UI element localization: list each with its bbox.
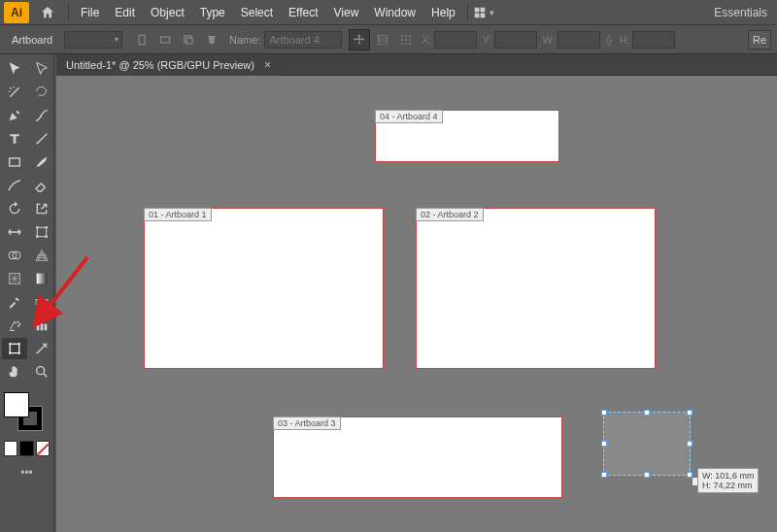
w-input[interactable] (557, 31, 600, 49)
delete-artboard-button[interactable] (201, 29, 222, 50)
hand-tool[interactable] (2, 361, 27, 382)
link-wh-icon[interactable]: ⟠ (602, 33, 616, 47)
symbol-sprayer-tool[interactable] (2, 315, 27, 336)
artboard-2[interactable]: 02 - Artboard 2 (416, 208, 656, 369)
h-label: H: (620, 34, 630, 46)
orientation-portrait-button[interactable] (131, 29, 152, 50)
menu-window[interactable]: Window (366, 0, 423, 25)
curvature-tool[interactable] (29, 105, 54, 126)
gradient-tool[interactable] (29, 268, 54, 289)
svg-rect-31 (43, 299, 48, 304)
slice-tool[interactable] (29, 338, 54, 359)
svg-point-15 (406, 39, 408, 41)
artboard-name-input[interactable]: Artboard 4 (264, 31, 342, 49)
new-artboard-drag[interactable] (603, 412, 691, 476)
column-graph-tool[interactable] (29, 315, 54, 336)
rectangle-tool[interactable] (2, 151, 27, 173)
lasso-tool[interactable] (29, 82, 54, 103)
layout-grid-icon[interactable]: ▾ (472, 6, 495, 19)
direct-selection-tool[interactable] (29, 58, 54, 80)
svg-rect-4 (139, 35, 145, 44)
edit-toolbar-button[interactable]: ••• (0, 466, 53, 480)
svg-rect-35 (37, 325, 40, 330)
artboard-1[interactable]: 01 - Artboard 1 (144, 208, 384, 369)
y-input[interactable] (494, 31, 537, 49)
menu-bar: Ai File Edit Object Type Select Effect V… (0, 0, 777, 25)
new-artboard-button[interactable] (178, 29, 199, 50)
svg-rect-1 (480, 7, 485, 12)
orientation-landscape-button[interactable] (154, 29, 176, 50)
control-bar: Artboard ▾ Name: Artboard 4 X: Y: W: ⟠ H… (0, 25, 777, 54)
svg-point-11 (401, 35, 403, 37)
eraser-tool[interactable] (29, 175, 54, 196)
selection-tool[interactable] (2, 58, 27, 80)
svg-rect-29 (37, 274, 48, 284)
menu-type[interactable]: Type (192, 0, 233, 25)
svg-rect-38 (10, 344, 18, 352)
home-icon[interactable] (37, 4, 58, 21)
eyedropper-tool[interactable] (2, 291, 27, 313)
svg-rect-37 (45, 324, 48, 331)
menu-effect[interactable]: Effect (281, 0, 325, 25)
pen-tool[interactable] (2, 105, 27, 126)
artboard-options-button[interactable] (372, 29, 393, 50)
selection-type-dropdown[interactable]: Artboard ▾ (6, 29, 122, 50)
artboard-3[interactable]: 03 - Artboard 3 (273, 416, 562, 498)
svg-point-32 (17, 321, 18, 323)
color-mode-none[interactable] (36, 441, 50, 456)
shape-builder-tool[interactable] (2, 245, 27, 266)
perspective-grid-tool[interactable] (29, 245, 54, 266)
free-transform-tool[interactable] (29, 221, 54, 243)
svg-rect-30 (36, 299, 41, 304)
magic-wand-tool[interactable] (2, 82, 27, 103)
fill-stroke-swatch[interactable] (0, 386, 53, 437)
menu-object[interactable]: Object (143, 0, 192, 25)
fill-swatch[interactable] (4, 392, 29, 417)
artboard-4-tag: 04 - Artboard 4 (375, 110, 443, 123)
menu-select[interactable]: Select (233, 0, 281, 25)
svg-point-25 (45, 235, 48, 238)
svg-rect-20 (10, 158, 20, 166)
svg-rect-36 (41, 321, 44, 330)
svg-rect-5 (160, 37, 169, 43)
menu-file[interactable]: File (73, 0, 107, 25)
type-tool[interactable] (2, 128, 27, 150)
tools-panel: ••• (0, 54, 54, 532)
width-tool[interactable] (2, 221, 27, 243)
zoom-tool[interactable] (29, 361, 54, 382)
color-mode-color[interactable] (4, 441, 17, 456)
artboard-tool[interactable] (2, 338, 27, 359)
rotate-tool[interactable] (2, 198, 27, 219)
paintbrush-tool[interactable] (29, 151, 54, 173)
shaper-tool[interactable] (2, 175, 27, 196)
artboard-3-tag: 03 - Artboard 3 (273, 416, 341, 430)
color-mode-gradient[interactable] (19, 441, 33, 456)
artboard-4[interactable]: 04 - Artboard 4 (375, 110, 559, 162)
menu-view[interactable]: View (326, 0, 367, 25)
document-tab-title: Untitled-1* @ 25% (RGB/GPU Preview) (66, 59, 254, 71)
svg-point-22 (36, 226, 39, 229)
selection-type-label: Artboard (6, 34, 64, 46)
mesh-tool[interactable] (2, 268, 27, 289)
rearrange-button[interactable]: Re (748, 30, 771, 50)
menu-edit[interactable]: Edit (107, 0, 143, 25)
chevron-down-icon: ▾ (490, 8, 494, 17)
move-artwork-with-artboard-button[interactable] (349, 29, 370, 50)
document-tab[interactable]: Untitled-1* @ 25% (RGB/GPU Preview) × (56, 54, 281, 76)
app-logo: Ai (4, 2, 29, 23)
scale-tool[interactable] (29, 198, 54, 219)
line-segment-tool[interactable] (29, 128, 54, 150)
close-tab-icon[interactable]: × (264, 58, 271, 72)
h-input[interactable] (632, 31, 675, 49)
svg-point-24 (36, 235, 39, 238)
svg-rect-8 (379, 35, 388, 44)
x-input[interactable] (434, 31, 477, 49)
blend-tool[interactable] (29, 291, 54, 313)
canvas[interactable]: 04 - Artboard 4 01 - Artboard 1 02 - Art… (56, 76, 777, 532)
workspace-switcher[interactable]: Essentials (704, 6, 777, 19)
svg-point-23 (45, 226, 48, 229)
menu-help[interactable]: Help (423, 0, 463, 25)
svg-point-17 (401, 43, 403, 45)
svg-rect-2 (474, 13, 479, 17)
reference-point-button[interactable] (395, 29, 417, 50)
